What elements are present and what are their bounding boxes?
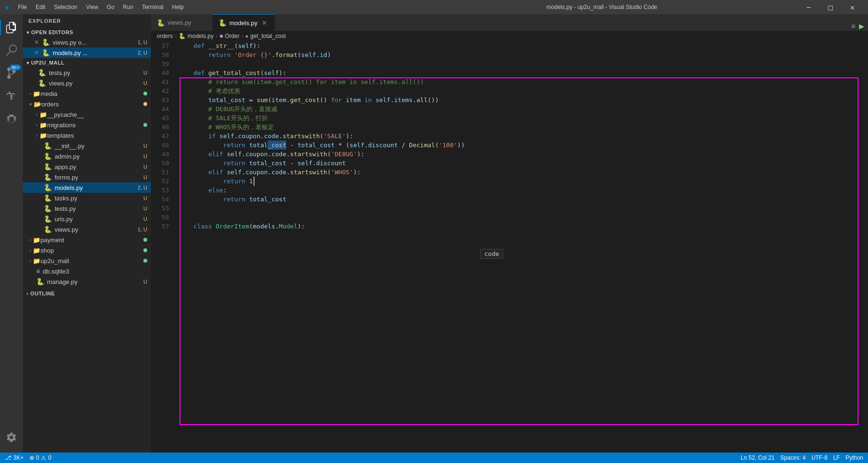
sidebar-item-apps[interactable]: 🐍 apps.py U bbox=[23, 161, 151, 172]
status-line-ending[interactable]: LF bbox=[833, 454, 840, 461]
menu-run[interactable]: Run bbox=[119, 3, 137, 11]
sidebar-item-migrations[interactable]: › 📁 migrations bbox=[23, 120, 151, 130]
python-tab-icon: 🐍 bbox=[218, 19, 226, 27]
sidebar-item-manage[interactable]: 🐍 manage.py U bbox=[23, 276, 151, 287]
spaces-label: Spaces: 4 bbox=[780, 454, 805, 461]
sidebar-item-media[interactable]: › 📁 media bbox=[23, 88, 151, 99]
chevron-right-icon: › bbox=[36, 123, 38, 128]
menu-selection[interactable]: Selection bbox=[50, 3, 81, 11]
folder-icon: 📁 bbox=[33, 247, 40, 254]
tab-views-py[interactable]: 🐍 views.py bbox=[151, 14, 213, 31]
status-branch[interactable]: ⎇ 3K+ bbox=[5, 454, 24, 461]
status-spaces[interactable]: Spaces: 4 bbox=[780, 454, 805, 461]
code-line-54: return total_cost bbox=[179, 195, 868, 204]
python-file-icon: 🐍 bbox=[44, 226, 52, 233]
breadcrumb-sep-2: › bbox=[216, 33, 217, 39]
tab-close-button[interactable]: ✕ bbox=[260, 19, 269, 27]
status-language[interactable]: Python bbox=[846, 454, 863, 461]
sidebar-item-init[interactable]: 🐍 __init__.py U bbox=[23, 141, 151, 151]
folder-icon: 📁 bbox=[39, 111, 47, 118]
code-line-45: # SALE开头的，打折 bbox=[179, 113, 868, 123]
status-dot-green bbox=[143, 123, 147, 127]
outline-header[interactable]: › OUTLINE bbox=[23, 289, 151, 298]
breadcrumb-order[interactable]: ◆ Order bbox=[219, 33, 240, 39]
sidebar-item-db[interactable]: ≡ db.sqlite3 bbox=[23, 266, 151, 276]
tab-models-py[interactable]: 🐍 models.py ✕ bbox=[213, 14, 275, 31]
method-icon: ● bbox=[245, 33, 248, 39]
activity-explorer-icon[interactable] bbox=[0, 16, 23, 39]
code-line-57: class OrderItem(models.Model): bbox=[179, 222, 868, 231]
sidebar-item-tasks[interactable]: 🐍 tasks.py U bbox=[23, 193, 151, 203]
sidebar-item-urls[interactable]: 🐍 urls.py U bbox=[23, 214, 151, 224]
chevron-down-icon: ▾ bbox=[27, 30, 29, 35]
project-header[interactable]: ▾ UP2U_MALL bbox=[23, 58, 151, 67]
python-file-icon: 🐍 bbox=[44, 173, 52, 181]
menu-view[interactable]: View bbox=[82, 3, 102, 11]
sidebar-item-tests-py-1[interactable]: 🐍 tests.py U bbox=[23, 67, 151, 78]
language-label: Python bbox=[846, 454, 863, 461]
sidebar-item-views-py-1[interactable]: 🐍 views.py U bbox=[23, 78, 151, 88]
folder-icon: 📁 bbox=[33, 90, 40, 97]
python-tab-icon: 🐍 bbox=[157, 19, 165, 27]
sidebar-item-pycache[interactable]: › 📁 __pycache__ bbox=[23, 109, 151, 120]
menu-help[interactable]: Help bbox=[168, 3, 188, 11]
maximize-button[interactable]: □ bbox=[820, 0, 841, 14]
code-content[interactable]: def __str__(self): return 'Order {}'.for… bbox=[175, 41, 868, 453]
status-ln-col[interactable]: Ln 52, Col 21 bbox=[741, 454, 774, 461]
sidebar-item-forms[interactable]: 🐍 forms.py U bbox=[23, 172, 151, 182]
activity-bar: 3K+ bbox=[0, 14, 23, 453]
open-file-views-name: views.py o... bbox=[53, 39, 136, 46]
code-line-55 bbox=[179, 204, 868, 213]
close-icon[interactable]: ✕ bbox=[34, 49, 39, 56]
breadcrumb-orders[interactable]: orders bbox=[157, 33, 173, 39]
status-dot-green bbox=[143, 259, 147, 263]
breadcrumb-method[interactable]: ● get_total_cost bbox=[245, 33, 285, 39]
window-controls: − □ ✕ bbox=[798, 0, 863, 14]
chevron-right-icon: › bbox=[36, 133, 38, 138]
status-dot-yellow bbox=[143, 102, 147, 106]
minimize-button[interactable]: − bbox=[798, 0, 820, 14]
python-file-icon: 🐍 bbox=[38, 79, 46, 87]
open-file-views[interactable]: ✕ 🐍 views.py o... 1, U bbox=[23, 37, 151, 47]
sidebar-item-views2[interactable]: 🐍 views.py 1, U bbox=[23, 224, 151, 235]
menu-bar: File Edit Selection View Go Run Terminal… bbox=[14, 3, 406, 11]
sidebar-item-payment[interactable]: › 📁 payment bbox=[23, 235, 151, 245]
sidebar-item-templates[interactable]: › 📁 templates bbox=[23, 130, 151, 141]
sidebar-item-models[interactable]: 🐍 models.py 2, U bbox=[23, 182, 151, 193]
ln-col-label: Ln 52, Col 21 bbox=[741, 454, 774, 461]
chevron-right-icon: › bbox=[29, 237, 31, 243]
menu-go[interactable]: Go bbox=[103, 3, 118, 11]
sidebar-item-up2u-mall[interactable]: › 📁 up2u_mall bbox=[23, 255, 151, 266]
menu-file[interactable]: File bbox=[14, 3, 31, 11]
code-line-46: # WHOS开头的，老板定 bbox=[179, 123, 868, 132]
code-editor[interactable]: 37 38 39 40 41 42 43 44 45 46 47 48 49 5… bbox=[151, 41, 868, 453]
python-icon: 🐍 bbox=[179, 33, 186, 39]
sidebar-item-orders[interactable]: ▾ 📂 orders bbox=[23, 99, 151, 109]
activity-extensions-icon[interactable] bbox=[0, 107, 23, 130]
menu-edit[interactable]: Edit bbox=[32, 3, 49, 11]
close-icon[interactable]: ✕ bbox=[34, 39, 39, 46]
split-editor-button[interactable]: ⊞ bbox=[851, 22, 855, 30]
status-encoding[interactable]: UTF-8 bbox=[811, 454, 828, 461]
python-file-icon: 🐍 bbox=[44, 142, 52, 150]
sidebar-item-shop[interactable]: › 📁 shop bbox=[23, 245, 151, 255]
class-icon: ◆ bbox=[219, 33, 223, 39]
open-file-models-badge: 2, U bbox=[138, 50, 147, 56]
open-editors-header[interactable]: ▾ OPEN EDITORS bbox=[23, 28, 151, 37]
activity-search-icon[interactable] bbox=[0, 39, 23, 62]
status-errors[interactable]: ⊗ 0 ⚠ 0 bbox=[29, 454, 51, 461]
open-file-models[interactable]: ✕ 🐍 models.py ... 2, U bbox=[23, 47, 151, 58]
sidebar-item-admin[interactable]: 🐍 admin.py U bbox=[23, 151, 151, 161]
close-button[interactable]: ✕ bbox=[841, 0, 863, 14]
encoding-label: UTF-8 bbox=[811, 454, 828, 461]
sidebar-item-tests2[interactable]: 🐍 tests.py U bbox=[23, 203, 151, 214]
activity-debug-icon[interactable] bbox=[0, 85, 23, 107]
chevron-down-icon: ▾ bbox=[27, 60, 29, 66]
activity-scm-icon[interactable]: 3K+ bbox=[0, 62, 23, 85]
sidebar: EXPLORER ▾ OPEN EDITORS ✕ 🐍 views.py o..… bbox=[23, 14, 151, 453]
activity-settings-icon[interactable] bbox=[0, 426, 23, 449]
python-file-icon: 🐍 bbox=[42, 38, 50, 46]
breadcrumb-models[interactable]: 🐍 models.py bbox=[179, 33, 214, 39]
run-button[interactable]: ▶ bbox=[859, 21, 864, 31]
menu-terminal[interactable]: Terminal bbox=[138, 3, 167, 11]
